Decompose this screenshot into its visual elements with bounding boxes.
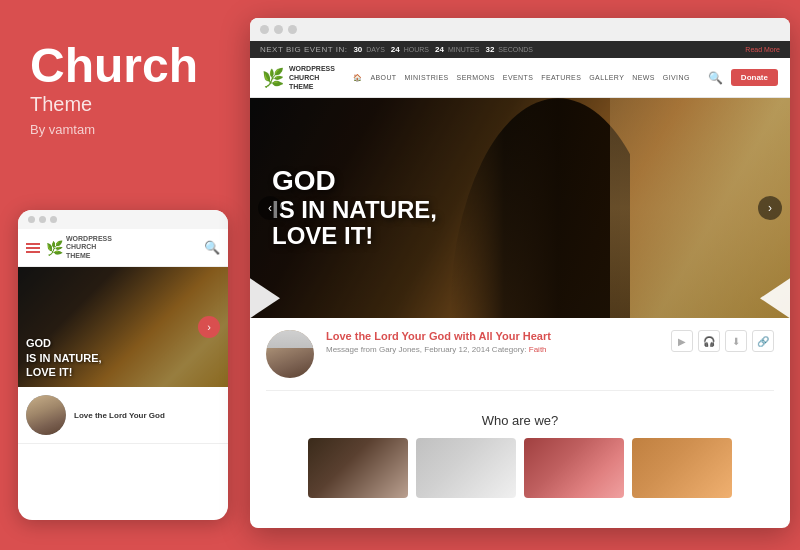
hero-line2: IS IN NATURE, <box>272 197 437 223</box>
next-slide-button[interactable]: › <box>198 316 220 338</box>
mobile-dot-2 <box>39 216 46 223</box>
logo-text-mobile: WORDPRESSCHURCHTHEME <box>66 235 112 260</box>
who-images <box>266 438 774 498</box>
who-title: Who are we? <box>266 413 774 428</box>
event-bar: NEXT BIG EVENT IN: 30 DAYS 24 HOURS 24 M… <box>250 41 790 58</box>
nav-features[interactable]: FEATURES <box>541 74 581 81</box>
sermon-card: Love the Lord Your God with All Your Hea… <box>266 330 774 391</box>
sermon-avatar <box>266 330 314 378</box>
desktop-content: Love the Lord Your God with All Your Hea… <box>250 318 790 403</box>
link-button[interactable]: 🔗 <box>752 330 774 352</box>
mobile-nav-left: 🌿 WORDPRESSCHURCHTHEME <box>26 235 112 260</box>
avatar-hair <box>266 330 314 348</box>
minutes-value: 24 <box>435 45 444 54</box>
desktop-nav-right: 🔍 Donate <box>708 69 778 86</box>
left-panel: Church Theme By vamtam 🌿 WORDPRESSCHURCH… <box>0 0 240 550</box>
hours-counter: 24 HOURS <box>391 45 429 54</box>
desktop-dot-1 <box>260 25 269 34</box>
days-value: 30 <box>353 45 362 54</box>
mobile-dot-3 <box>50 216 57 223</box>
sermon-avatar <box>26 395 66 435</box>
hero-line2: IS IN NATURE, <box>26 351 102 365</box>
sermon-actions: ▶ 🎧 ⬇ 🔗 <box>671 330 774 352</box>
nav-giving[interactable]: GIVING <box>663 74 690 81</box>
desktop-nav-links: 🏠 ABOUT MINISTRIES SERMONS EVENTS FEATUR… <box>353 74 690 82</box>
seconds-counter: 32 SECONDS <box>485 45 533 54</box>
hero-text: GOD IS IN NATURE, LOVE IT! <box>272 166 437 250</box>
desktop-mockup: NEXT BIG EVENT IN: 30 DAYS 24 HOURS 24 M… <box>250 18 790 528</box>
donate-button[interactable]: Donate <box>731 69 778 86</box>
nav-about[interactable]: ABOUT <box>370 74 396 81</box>
mobile-hero-text: GOD IS IN NATURE, LOVE IT! <box>18 328 110 387</box>
nav-gallery[interactable]: GALLERY <box>589 74 624 81</box>
minutes-counter: 24 MINUTES <box>435 45 479 54</box>
headphones-button[interactable]: 🎧 <box>698 330 720 352</box>
mobile-sermon-card: Love the Lord Your God <box>18 387 228 444</box>
mobile-top-bar <box>18 210 228 229</box>
desktop-logo: 🌿 WORDPRESSCHURCHTHEME <box>262 64 335 91</box>
minutes-unit: MINUTES <box>448 46 480 53</box>
nav-news[interactable]: NEWS <box>632 74 655 81</box>
sermon-meta: Message from Gary Jones, February 12, 20… <box>326 345 659 354</box>
search-icon[interactable]: 🔍 <box>204 240 220 255</box>
download-button[interactable]: ⬇ <box>725 330 747 352</box>
nav-ministries[interactable]: MINISTRIES <box>405 74 449 81</box>
who-image-2[interactable] <box>416 438 516 498</box>
mobile-sermon-title: Love the Lord Your God <box>74 410 165 421</box>
hours-value: 24 <box>391 45 400 54</box>
hero-line1: GOD <box>26 336 102 350</box>
who-image-1[interactable] <box>308 438 408 498</box>
who-section: Who are we? <box>250 403 790 508</box>
read-more-link[interactable]: Read More <box>745 46 780 53</box>
desktop-dot-3 <box>288 25 297 34</box>
nav-sermons[interactable]: SERMONS <box>457 74 495 81</box>
church-logo-mobile: 🌿 WORDPRESSCHURCHTHEME <box>46 235 112 260</box>
seconds-unit: SECONDS <box>498 46 533 53</box>
hero-line3: LOVE IT! <box>272 224 437 250</box>
prev-slide-button[interactable]: ‹ <box>258 196 282 220</box>
who-image-3[interactable] <box>524 438 624 498</box>
hero-line1: GOD <box>272 166 437 197</box>
nav-events[interactable]: EVENTS <box>503 74 533 81</box>
logo-text-desktop: WORDPRESSCHURCHTHEME <box>289 64 335 91</box>
seconds-value: 32 <box>485 45 494 54</box>
desktop-dot-2 <box>274 25 283 34</box>
days-unit: DAYS <box>366 46 385 53</box>
event-bar-label: NEXT BIG EVENT IN: <box>260 45 347 54</box>
hamburger-icon[interactable] <box>26 243 40 253</box>
who-image-4[interactable] <box>632 438 732 498</box>
mobile-nav: 🌿 WORDPRESSCHURCHTHEME 🔍 <box>18 229 228 267</box>
sermon-info: Love the Lord Your God with All Your Hea… <box>326 330 659 354</box>
desktop-nav: 🌿 WORDPRESSCHURCHTHEME 🏠 ABOUT MINISTRIE… <box>250 58 790 98</box>
logo-flame-icon: 🌿 <box>262 67 284 89</box>
desktop-top-bar <box>250 18 790 41</box>
hero-line3: LOVE IT! <box>26 365 102 379</box>
flame-icon: 🌿 <box>46 240 63 256</box>
avatar-image <box>26 395 66 435</box>
next-slide-button[interactable]: › <box>758 196 782 220</box>
sermon-meta-text: Message from Gary Jones, February 12, 20… <box>326 345 527 354</box>
sermon-title[interactable]: Love the Lord Your God with All Your Hea… <box>326 330 659 342</box>
hours-unit: HOURS <box>404 46 429 53</box>
desktop-hero: GOD IS IN NATURE, LOVE IT! ‹ › <box>250 98 790 318</box>
app-author: By vamtam <box>30 122 210 137</box>
search-icon[interactable]: 🔍 <box>708 71 723 85</box>
play-button[interactable]: ▶ <box>671 330 693 352</box>
mobile-hero: GOD IS IN NATURE, LOVE IT! › <box>18 267 228 387</box>
mobile-dot-1 <box>28 216 35 223</box>
sermon-category[interactable]: Faith <box>529 345 547 354</box>
app-title: Church <box>30 40 210 93</box>
app-subtitle: Theme <box>30 93 210 116</box>
mobile-mockup: 🌿 WORDPRESSCHURCHTHEME 🔍 GOD IS IN NATUR… <box>18 210 228 520</box>
nav-home[interactable]: 🏠 <box>353 74 362 82</box>
days-counter: 30 DAYS <box>353 45 384 54</box>
